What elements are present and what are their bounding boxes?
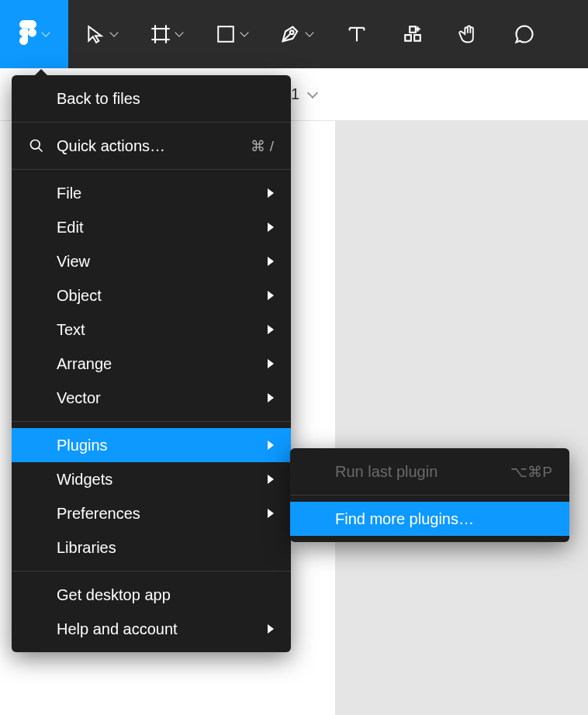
- toolbar: [0, 0, 588, 68]
- menu-edit[interactable]: Edit: [12, 210, 291, 244]
- move-tool[interactable]: [68, 0, 133, 68]
- chevron-right-icon: [268, 359, 274, 368]
- frame-tool[interactable]: [133, 0, 199, 68]
- hand-icon: [458, 23, 479, 45]
- svg-rect-13: [410, 26, 416, 33]
- submenu-label: Find more plugins…: [335, 510, 474, 528]
- pen-tool[interactable]: [264, 0, 329, 68]
- chevron-right-icon: [268, 257, 274, 266]
- menu-get-desktop-app[interactable]: Get desktop app: [12, 578, 291, 612]
- menu-label: Text: [57, 321, 85, 339]
- text-icon: [346, 23, 368, 45]
- menu-label: Quick actions…: [57, 137, 165, 155]
- plugins-submenu: Run last plugin ⌥⌘P Find more plugins…: [290, 448, 569, 542]
- menu-plugins[interactable]: Plugins: [12, 428, 291, 462]
- menu-label: View: [57, 253, 90, 271]
- keyboard-shortcut: ⌥⌘P: [510, 463, 552, 481]
- menu-divider: [12, 421, 291, 422]
- menu-label: Back to files: [57, 90, 140, 108]
- submenu-run-last-plugin: Run last plugin ⌥⌘P: [290, 454, 569, 489]
- menu-label: Plugins: [57, 437, 108, 454]
- svg-rect-11: [405, 35, 411, 41]
- figma-menu-button[interactable]: [0, 0, 68, 68]
- cursor-icon: [85, 23, 106, 45]
- svg-line-17: [39, 148, 43, 152]
- menu-view[interactable]: View: [12, 244, 291, 278]
- chevron-right-icon: [268, 325, 274, 334]
- frame-icon: [150, 23, 171, 45]
- chevron-right-icon: [268, 393, 274, 402]
- chevron-down-icon: [41, 28, 50, 36]
- figma-logo-icon: [19, 20, 36, 48]
- svg-point-16: [31, 140, 40, 150]
- svg-rect-4: [218, 26, 233, 42]
- chevron-right-icon: [268, 223, 274, 232]
- menu-label: Libraries: [57, 539, 116, 557]
- comment-tool[interactable]: [496, 0, 552, 68]
- menu-libraries[interactable]: Libraries: [12, 530, 291, 565]
- menu-label: Get desktop app: [57, 586, 171, 604]
- menu-label: Preferences: [57, 505, 140, 523]
- menu-label: Arrange: [57, 355, 112, 373]
- menu-preferences[interactable]: Preferences: [12, 496, 291, 530]
- chevron-right-icon: [268, 291, 274, 300]
- search-icon: [29, 138, 57, 154]
- menu-label: File: [57, 185, 81, 202]
- page-indicator[interactable]: 1: [291, 85, 299, 103]
- pen-icon: [280, 23, 302, 45]
- resources-tool[interactable]: [385, 0, 441, 68]
- shape-tool[interactable]: [199, 0, 264, 68]
- rectangle-icon: [215, 23, 237, 45]
- menu-divider: [12, 169, 291, 170]
- chevron-down-icon: [175, 28, 183, 36]
- menu-text[interactable]: Text: [12, 313, 291, 347]
- menu-label: Edit: [57, 219, 83, 237]
- chevron-right-icon: [268, 475, 274, 484]
- submenu-find-more-plugins[interactable]: Find more plugins…: [290, 502, 569, 536]
- menu-help-account[interactable]: Help and account: [12, 612, 291, 646]
- chevron-right-icon: [268, 624, 274, 634]
- main-menu: Back to files Quick actions… ⌘ / File Ed…: [12, 75, 291, 652]
- keyboard-shortcut: ⌘ /: [251, 137, 274, 155]
- hand-tool[interactable]: [441, 0, 496, 68]
- menu-widgets[interactable]: Widgets: [12, 462, 291, 496]
- chevron-right-icon: [268, 440, 274, 450]
- menu-arrange[interactable]: Arrange: [12, 347, 291, 381]
- menu-label: Widgets: [57, 471, 112, 489]
- chevron-right-icon: [268, 188, 274, 198]
- menu-label: Help and account: [57, 620, 178, 638]
- chevron-right-icon: [268, 509, 274, 518]
- menu-back-to-files[interactable]: Back to files: [12, 81, 291, 116]
- menu-vector[interactable]: Vector: [12, 381, 291, 415]
- menu-label: Vector: [57, 389, 101, 407]
- menu-object[interactable]: Object: [12, 278, 291, 313]
- menu-divider: [12, 122, 291, 123]
- menu-label: Object: [57, 287, 102, 305]
- comment-icon: [514, 23, 535, 45]
- submenu-label: Run last plugin: [335, 463, 438, 481]
- chevron-down-icon: [307, 87, 318, 98]
- menu-quick-actions[interactable]: Quick actions… ⌘ /: [12, 129, 291, 163]
- svg-rect-12: [414, 35, 420, 41]
- text-tool[interactable]: [329, 0, 385, 68]
- menu-file[interactable]: File: [12, 176, 291, 210]
- menu-divider: [290, 495, 569, 496]
- svg-point-5: [290, 30, 294, 34]
- menu-divider: [12, 571, 291, 572]
- resources-icon: [402, 23, 424, 45]
- chevron-down-icon: [240, 28, 248, 36]
- chevron-down-icon: [109, 28, 118, 36]
- chevron-down-icon: [305, 28, 313, 36]
